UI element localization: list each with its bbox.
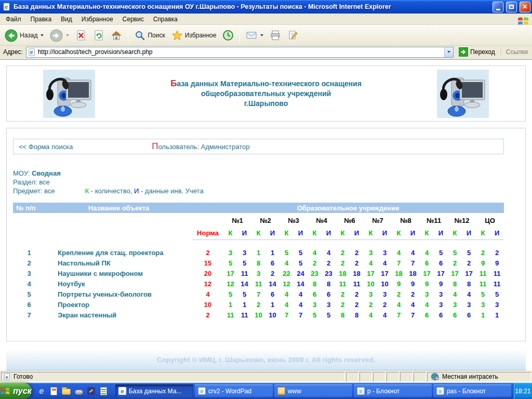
- i-column-label: И: [434, 227, 448, 240]
- row-number: 1: [13, 247, 45, 258]
- back-dropdown-icon: [41, 34, 44, 36]
- taskbar-task-button[interactable]: ≡crv2 - WordPad: [195, 384, 273, 397]
- taskbar-task-button[interactable]: eБаза данных Ма...: [115, 384, 193, 397]
- page-title: База данных Материально-технического осн…: [170, 78, 362, 109]
- k-value: 3: [476, 299, 490, 310]
- k-value: 11: [476, 278, 490, 289]
- k-value: 1: [476, 310, 490, 320]
- i-value: 2: [490, 247, 504, 258]
- ie-icon: e: [118, 387, 126, 395]
- go-button[interactable]: Переход: [457, 47, 497, 57]
- search-button[interactable]: Поиск: [131, 29, 167, 42]
- norma-value: 2: [192, 247, 223, 258]
- user-name: ользователь: Администратор: [158, 143, 249, 151]
- results-table: № п/п Название объекта Образовательное у…: [13, 203, 504, 320]
- menu-item[interactable]: Файл: [1, 14, 26, 24]
- i-value: 4: [294, 299, 308, 310]
- norma-value: 2: [192, 310, 223, 320]
- favorites-button[interactable]: Избранное: [169, 29, 219, 42]
- k-value: 12: [223, 278, 237, 289]
- refresh-icon: [93, 30, 104, 41]
- history-button[interactable]: [220, 29, 236, 42]
- i-value: 11: [490, 278, 504, 289]
- menu-item[interactable]: Правка: [26, 14, 57, 24]
- ql-php-editor-icon[interactable]: [99, 387, 109, 396]
- stop-button[interactable]: [73, 29, 89, 42]
- i-value: 14: [265, 278, 280, 289]
- i-value: 4: [378, 310, 392, 320]
- minimize-button[interactable]: [493, 2, 503, 12]
- menu-item[interactable]: Избранное: [77, 14, 118, 24]
- k-value: 8: [308, 278, 322, 289]
- status-bar: Готово Местная интрасеть: [0, 370, 532, 383]
- ql-media-icon[interactable]: [74, 387, 84, 396]
- school-column-header: №4: [308, 213, 336, 227]
- i-value: 9: [434, 278, 448, 289]
- address-input[interactable]: [36, 47, 444, 57]
- k-value: 3: [251, 268, 265, 278]
- minimize-icon: [496, 9, 500, 10]
- ql-internet-explorer-icon[interactable]: e: [37, 387, 46, 396]
- home-button[interactable]: [108, 29, 125, 42]
- i-value: 3: [462, 299, 476, 310]
- status-cell: [414, 372, 426, 382]
- ql-folder-icon[interactable]: [62, 387, 71, 396]
- close-button[interactable]: ✕: [520, 2, 530, 12]
- ql-swish-icon[interactable]: [87, 387, 96, 396]
- i-value: 3: [434, 289, 448, 299]
- menu-item[interactable]: Справка: [149, 14, 182, 24]
- mail-button[interactable]: [243, 29, 266, 42]
- k-value: 3: [223, 247, 237, 258]
- taskbar-task-button[interactable]: ≡pas - Блокнот: [433, 384, 511, 397]
- k-value: 2: [476, 247, 490, 258]
- i-value: 9: [406, 278, 420, 289]
- legend: К - количество, И - данные инв. Учета: [85, 187, 204, 195]
- mou-label: МОУ:: [13, 169, 30, 177]
- ql-html-editor-icon[interactable]: [49, 387, 59, 396]
- menu-item[interactable]: Сервис: [118, 14, 149, 24]
- k-value: 17: [364, 268, 378, 278]
- folder-icon: ≡: [277, 387, 285, 395]
- razdel-line: Раздел: все: [13, 178, 519, 187]
- search-form-link[interactable]: << Форма поиска: [19, 143, 73, 151]
- refresh-button[interactable]: [90, 29, 107, 42]
- taskbar-task-button[interactable]: ≡p - Блокнот: [354, 384, 432, 397]
- i-value: 5: [462, 247, 476, 258]
- menu-item[interactable]: Вид: [56, 14, 77, 24]
- i-column-label: И: [237, 227, 251, 240]
- search-icon: [134, 30, 145, 41]
- school-column-header: №7: [364, 213, 392, 227]
- notepad-icon: ≡: [436, 387, 444, 395]
- k-value: 2: [251, 299, 265, 310]
- i-value: 6: [434, 310, 448, 320]
- i-value: 5: [237, 289, 251, 299]
- status-cell: [360, 372, 372, 382]
- address-field[interactable]: [26, 47, 454, 58]
- forward-dropdown-icon: [66, 34, 69, 36]
- k-value: 5: [308, 310, 322, 320]
- mou-line: МОУ: Сводная: [13, 169, 519, 178]
- task-label: pas - Блокнот: [447, 388, 486, 395]
- k-value: 11: [336, 278, 350, 289]
- forward-button[interactable]: [47, 28, 72, 43]
- taskbar-task-button[interactable]: ≡www: [274, 384, 352, 397]
- start-button[interactable]: пуск: [0, 383, 32, 399]
- print-button[interactable]: [267, 29, 284, 42]
- user-label: Пользователь: Администратор: [152, 141, 249, 152]
- page-header-box: База данных Материально-технического осн…: [6, 65, 526, 122]
- i-value: 5: [490, 289, 504, 299]
- i-value: 2: [265, 268, 280, 278]
- address-dropdown-button[interactable]: [444, 47, 453, 57]
- links-band[interactable]: Ссылки: [500, 48, 531, 56]
- k-column-label: К: [476, 227, 490, 240]
- edit-button[interactable]: [285, 29, 301, 42]
- mail-dropdown-icon: [260, 34, 263, 36]
- predmet-label: Предмет: все: [13, 187, 55, 195]
- restore-button[interactable]: [506, 2, 517, 12]
- title-bar: База данных Материально-технического осн…: [0, 0, 532, 14]
- back-button[interactable]: Назад: [2, 28, 46, 43]
- i-value: 4: [322, 247, 336, 258]
- back-label: Назад: [20, 32, 37, 39]
- status-panel: Готово: [1, 372, 345, 382]
- status-cell: [346, 372, 358, 382]
